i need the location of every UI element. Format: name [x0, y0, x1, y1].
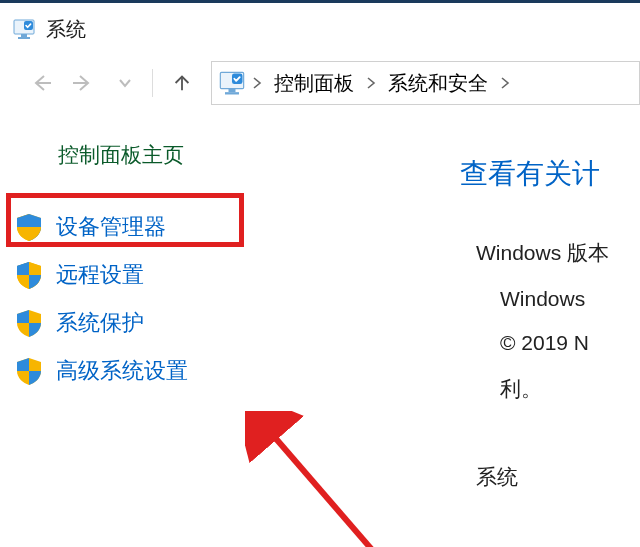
back-button[interactable]: [24, 66, 58, 100]
info-windows-edition-label: Windows 版本: [476, 239, 640, 267]
svg-rect-1: [21, 34, 27, 37]
breadcrumb-bar[interactable]: 控制面板 系统和安全: [211, 61, 640, 105]
forward-button[interactable]: [66, 66, 100, 100]
nav-row: 控制面板 系统和安全: [0, 55, 640, 111]
titlebar: 系统: [0, 3, 640, 55]
sidebar-item-device-manager[interactable]: 设备管理器: [0, 203, 310, 251]
sidebar: 控制面板主页 设备管理器 远程设置 系统保护: [0, 141, 310, 395]
system-icon: [12, 18, 36, 40]
recent-dropdown[interactable]: [108, 66, 142, 100]
up-button[interactable]: [165, 66, 199, 100]
sidebar-item-advanced-settings[interactable]: 高级系统设置: [0, 347, 310, 395]
chevron-right-icon[interactable]: [362, 76, 380, 90]
shield-icon: [14, 356, 44, 386]
chevron-right-icon[interactable]: [248, 76, 266, 90]
system-icon: [218, 70, 246, 96]
breadcrumb-item-control-panel[interactable]: 控制面板: [266, 70, 362, 97]
chevron-right-icon[interactable]: [496, 76, 514, 90]
svg-rect-2: [18, 37, 30, 39]
breadcrumb-item-system-security[interactable]: 系统和安全: [380, 70, 496, 97]
shield-icon: [14, 308, 44, 338]
shield-icon: [14, 212, 44, 242]
main-column: 查看有关计 Windows 版本 Windows © 2019 N 利。 系统: [460, 155, 640, 511]
sidebar-heading: 控制面板主页: [58, 141, 310, 169]
sidebar-item-label: 远程设置: [56, 260, 144, 290]
svg-rect-5: [228, 89, 235, 92]
nav-separator: [152, 69, 153, 97]
window-title: 系统: [46, 16, 86, 43]
sidebar-item-label: 高级系统设置: [56, 356, 188, 386]
info-system-section: 系统: [476, 463, 640, 491]
info-copyright-line2: 利。: [500, 375, 640, 403]
sidebar-item-system-protection[interactable]: 系统保护: [0, 299, 310, 347]
sidebar-item-remote-settings[interactable]: 远程设置: [0, 251, 310, 299]
info-copyright-line1: © 2019 N: [500, 331, 640, 355]
content-area: 控制面板主页 设备管理器 远程设置 系统保护: [0, 141, 640, 541]
svg-rect-6: [225, 92, 239, 94]
sidebar-item-label: 系统保护: [56, 308, 144, 338]
main-heading: 查看有关计: [460, 155, 640, 193]
svg-line-8: [265, 426, 425, 547]
shield-icon: [14, 260, 44, 290]
info-windows-value: Windows: [500, 287, 640, 311]
sidebar-item-label: 设备管理器: [56, 212, 166, 242]
annotation-arrow: [245, 411, 445, 547]
